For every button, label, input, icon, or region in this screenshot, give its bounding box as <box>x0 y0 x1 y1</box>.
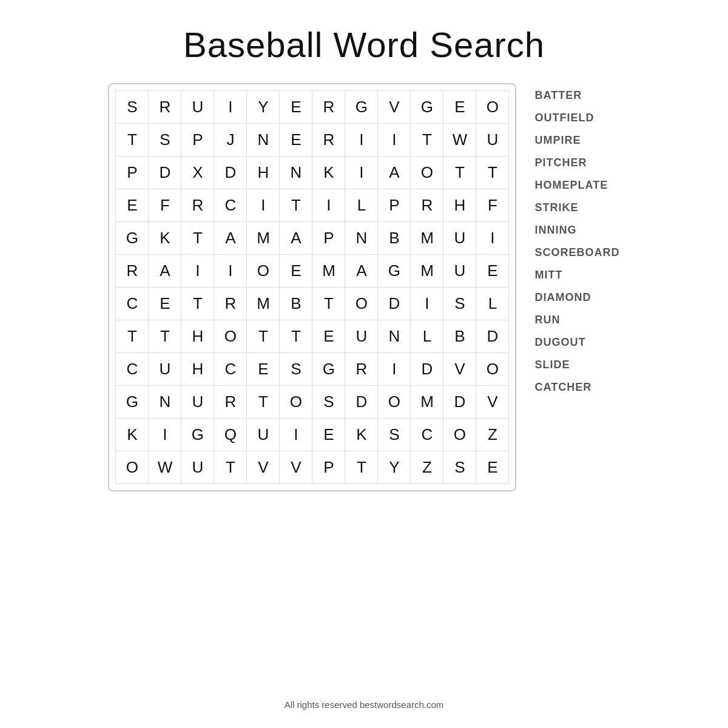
grid-cell: E <box>149 288 181 320</box>
footer: All rights reserved bestwordsearch.com <box>285 699 444 710</box>
grid-cell: F <box>149 189 181 222</box>
grid-cell: S <box>312 386 345 419</box>
grid-cell: O <box>345 288 378 320</box>
grid-cell: G <box>116 386 149 419</box>
grid-cell: T <box>280 189 312 222</box>
grid-cell: R <box>149 91 181 124</box>
grid-cell: T <box>247 320 280 353</box>
grid-cell: R <box>181 189 214 222</box>
grid-cell: U <box>247 419 280 451</box>
grid-cell: A <box>280 222 312 255</box>
grid-cell: G <box>345 91 378 124</box>
grid-cell: R <box>312 124 345 157</box>
grid-cell: M <box>411 222 443 255</box>
grid-cell: E <box>280 91 312 124</box>
grid-cell: X <box>181 157 214 189</box>
grid-cell: L <box>476 288 509 320</box>
grid-cell: E <box>116 189 149 222</box>
grid-cell: C <box>116 353 149 386</box>
grid-cell: I <box>247 189 280 222</box>
grid-cell: I <box>312 189 345 222</box>
grid-cell: T <box>312 288 345 320</box>
grid-cell: K <box>149 222 181 255</box>
grid-cell: P <box>181 124 214 157</box>
word-item: OUTFIELD <box>534 112 619 124</box>
grid-cell: H <box>247 157 280 189</box>
grid-cell: J <box>214 124 247 157</box>
grid-cell: H <box>181 320 214 353</box>
grid-cell: G <box>378 255 411 288</box>
grid-cell: D <box>411 353 443 386</box>
word-item: PITCHER <box>534 157 619 169</box>
grid-cell: V <box>378 91 411 124</box>
grid-cell: T <box>214 451 247 484</box>
grid-cell: I <box>181 255 214 288</box>
grid-cell: R <box>214 386 247 419</box>
grid-cell: T <box>149 320 181 353</box>
grid-cell: D <box>476 320 509 353</box>
grid-cell: N <box>149 386 181 419</box>
grid-cell: L <box>345 189 378 222</box>
grid-cell: O <box>247 255 280 288</box>
grid-cell: B <box>378 222 411 255</box>
grid-cell: G <box>312 353 345 386</box>
page-title: Baseball Word Search <box>183 24 545 65</box>
grid-cell: S <box>443 451 476 484</box>
grid-cell: P <box>312 451 345 484</box>
grid-cell: T <box>411 124 443 157</box>
grid-cell: N <box>247 124 280 157</box>
grid-cell: D <box>149 157 181 189</box>
word-list: BATTEROUTFIELDUMPIREPITCHERHOMEPLATESTRI… <box>534 89 619 394</box>
grid-cell: Y <box>247 91 280 124</box>
grid-cell: A <box>378 157 411 189</box>
grid-cell: F <box>476 189 509 222</box>
grid-cell: T <box>443 157 476 189</box>
grid-cell: O <box>116 451 149 484</box>
grid-cell: A <box>149 255 181 288</box>
grid-cell: B <box>443 320 476 353</box>
grid-cell: U <box>443 222 476 255</box>
grid-cell: V <box>443 353 476 386</box>
word-item: INNING <box>534 224 619 237</box>
grid-cell: U <box>476 124 509 157</box>
grid-cell: T <box>116 124 149 157</box>
word-item: RUN <box>534 314 619 326</box>
grid-cell: M <box>247 222 280 255</box>
grid-cell: I <box>378 353 411 386</box>
grid-cell: U <box>345 320 378 353</box>
grid-cell: C <box>214 189 247 222</box>
word-item: BATTER <box>534 89 619 102</box>
word-search-grid: SRUIYERGVGEOTSPJNERIITWUPDXDHNKIAOTTEFRC… <box>115 90 509 484</box>
grid-cell: S <box>443 288 476 320</box>
grid-cell: D <box>345 386 378 419</box>
word-item: MITT <box>534 269 619 281</box>
word-item: DIAMOND <box>534 291 619 304</box>
grid-cell: I <box>411 288 443 320</box>
grid-cell: K <box>116 419 149 451</box>
grid-cell: B <box>280 288 312 320</box>
word-item: STRIKE <box>534 201 619 214</box>
word-item: DUGOUT <box>534 336 619 349</box>
grid-cell: Q <box>214 419 247 451</box>
grid-cell: I <box>476 222 509 255</box>
grid-cell: R <box>312 91 345 124</box>
grid-cell: L <box>411 320 443 353</box>
grid-cell: G <box>116 222 149 255</box>
grid-cell: O <box>443 419 476 451</box>
grid-cell: T <box>247 386 280 419</box>
grid-cell: E <box>312 419 345 451</box>
grid-cell: M <box>411 255 443 288</box>
grid-cell: U <box>149 353 181 386</box>
word-item: SLIDE <box>534 359 619 371</box>
grid-cell: R <box>116 255 149 288</box>
grid-cell: O <box>378 386 411 419</box>
grid-cell: Y <box>378 451 411 484</box>
grid-cell: N <box>280 157 312 189</box>
grid-cell: N <box>378 320 411 353</box>
grid-cell: V <box>247 451 280 484</box>
grid-cell: P <box>312 222 345 255</box>
grid-cell: C <box>214 353 247 386</box>
word-item: CATCHER <box>534 381 619 394</box>
grid-cell: S <box>280 353 312 386</box>
grid-cell: W <box>149 451 181 484</box>
